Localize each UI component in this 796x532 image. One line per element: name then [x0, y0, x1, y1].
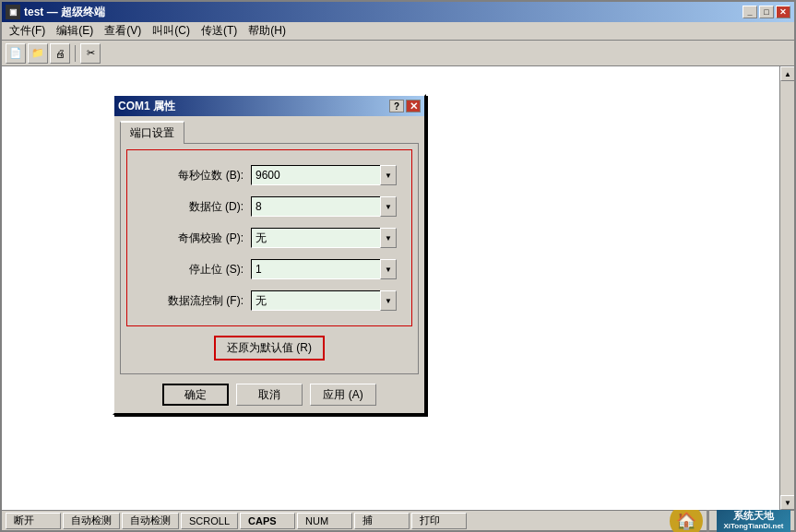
menu-help[interactable]: 帮助(H) [243, 21, 291, 41]
data-bits-label: 数据位 (D): [142, 199, 244, 215]
parity-label: 奇偶校验 (P): [142, 231, 244, 246]
stop-bits-row: 停止位 (S): 1 1.5 2 ▼ [142, 259, 397, 279]
menu-file[interactable]: 文件(F) [4, 21, 51, 41]
app-icon: ▣ [6, 5, 20, 19]
status-caps: CAPS [240, 513, 295, 529]
dialog-content-area: 每秒位数 (B): 9600 1200 2400 4800 19200 ▼ [120, 143, 419, 374]
window-title: test — 超级终端 [24, 5, 743, 20]
window-controls: _ □ ✕ [743, 6, 790, 18]
dialog-overlay: COM1 属性 ? ✕ 端口设置 每秒位数 (B): [2, 66, 794, 510]
stop-bits-label: 停止位 (S): [142, 262, 244, 278]
menu-edit[interactable]: 编辑(E) [51, 21, 99, 41]
baud-rate-row: 每秒位数 (B): 9600 1200 2400 4800 19200 ▼ [142, 165, 397, 185]
restore-defaults-wrapper: 还原为默认值 (R) [126, 336, 412, 361]
status-print: 打印 [411, 513, 467, 529]
parity-select[interactable]: 无 奇 偶 [251, 228, 397, 248]
open-button[interactable]: 📁 [28, 43, 48, 64]
status-num: NUM [297, 513, 352, 529]
flow-control-row: 数据流控制 (F): 无 硬件 Xon/Xoff ▼ [142, 290, 397, 311]
status-scroll: SCROLL [181, 513, 238, 529]
dialog-tabs: 端口设置 [114, 116, 424, 143]
title-bar: ▣ test — 超级终端 _ □ ✕ [2, 2, 794, 22]
stop-bits-select[interactable]: 1 1.5 2 [251, 259, 397, 279]
flow-control-select[interactable]: 无 硬件 Xon/Xoff [251, 290, 397, 311]
dialog-window-controls: ? ✕ [389, 100, 421, 112]
cut-button[interactable]: ✂ [80, 43, 101, 64]
maximize-button[interactable]: □ [759, 6, 774, 18]
flow-control-label: 数据流控制 (F): [142, 293, 244, 309]
parity-select-wrapper: 无 奇 偶 ▼ [251, 228, 397, 248]
stop-bits-select-wrapper: 1 1.5 2 ▼ [251, 259, 397, 279]
cancel-button[interactable]: 取消 [236, 384, 303, 406]
new-button[interactable]: 📄 [6, 43, 26, 64]
toolbar: 📄 📁 🖨 ✂ [2, 41, 794, 66]
minimize-button[interactable]: _ [743, 6, 757, 18]
data-bits-row: 数据位 (D): 8 7 6 ▼ [142, 196, 397, 217]
parity-row: 奇偶校验 (P): 无 奇 偶 ▼ [142, 228, 397, 248]
menu-bar: 文件(F) 编辑(E) 查看(V) 叫叫(C) 传送(T) 帮助(H) [2, 22, 794, 41]
restore-defaults-button[interactable]: 还原为默认值 (R) [214, 336, 325, 361]
status-connection: 断开 [6, 513, 61, 529]
status-detect-1: 自动检测 [63, 513, 120, 529]
main-window: ▣ test — 超级终端 _ □ ✕ 文件(F) 编辑(E) 查看(V) 叫叫… [0, 0, 796, 532]
baud-rate-label: 每秒位数 (B): [142, 168, 244, 183]
menu-view[interactable]: 查看(V) [99, 21, 147, 41]
dialog-action-buttons: 确定 取消 应用 (A) [114, 380, 424, 413]
status-capture: 捕 [354, 513, 410, 529]
baud-rate-select-wrapper: 9600 1200 2400 4800 19200 ▼ [251, 165, 397, 185]
dialog-help-button[interactable]: ? [389, 100, 404, 112]
menu-call[interactable]: 叫叫(C) [147, 21, 196, 41]
flow-control-select-wrapper: 无 硬件 Xon/Xoff ▼ [251, 290, 397, 311]
dialog-title: COM1 属性 [118, 99, 389, 114]
print-button[interactable]: 🖨 [50, 43, 70, 64]
apply-button[interactable]: 应用 (A) [310, 384, 376, 406]
status-bar: 断开 自动检测 自动检测 SCROLL CAPS NUM 捕 打印 🏠 系统天地… [2, 510, 794, 530]
menu-transfer[interactable]: 传送(T) [196, 21, 243, 41]
dialog-title-bar: COM1 属性 ? ✕ [114, 96, 424, 116]
com-properties-dialog: COM1 属性 ? ✕ 端口设置 每秒位数 (B): [113, 94, 426, 415]
baud-rate-select[interactable]: 9600 1200 2400 4800 19200 [251, 165, 397, 185]
toolbar-separator [75, 45, 76, 62]
data-bits-select[interactable]: 8 7 6 [251, 196, 397, 217]
close-button[interactable]: ✕ [776, 6, 790, 18]
tab-port-settings[interactable]: 端口设置 [120, 121, 184, 144]
data-bits-select-wrapper: 8 7 6 ▼ [251, 196, 397, 217]
dialog-close-button[interactable]: ✕ [406, 100, 421, 112]
content-area: ▲ ▼ COM1 属性 ? ✕ 端口设置 [2, 66, 794, 510]
port-settings-form: 每秒位数 (B): 9600 1200 2400 4800 19200 ▼ [126, 149, 412, 326]
confirm-button[interactable]: 确定 [162, 384, 229, 406]
status-detect-2: 自动检测 [122, 513, 179, 529]
